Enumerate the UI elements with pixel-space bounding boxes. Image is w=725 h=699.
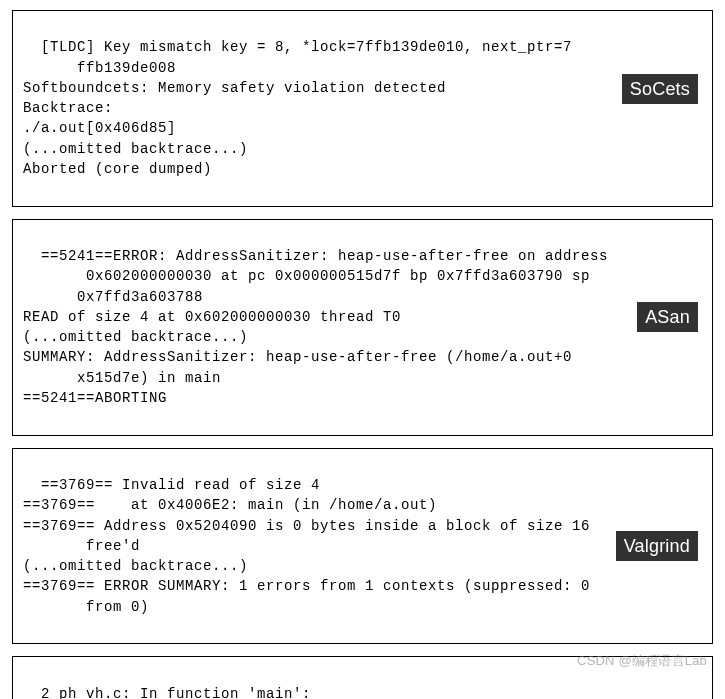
tool-label-socets: SoCets	[622, 74, 698, 104]
output-text: 2_ph_vh.c: In function 'main': 2_ph_vh.c…	[23, 686, 590, 699]
tool-label-asan: ASan	[637, 302, 698, 332]
output-text: [TLDC] Key mismatch key = 8, *lock=7ffb1…	[23, 39, 572, 177]
output-panel-valgrind: ==3769== Invalid read of size 4 ==3769==…	[12, 448, 713, 645]
watermark: CSDN @编程语言Lab	[577, 652, 707, 671]
output-panel-socets: [TLDC] Key mismatch key = 8, *lock=7ffb1…	[12, 10, 713, 207]
output-text: ==3769== Invalid read of size 4 ==3769==…	[23, 477, 590, 615]
output-text: ==5241==ERROR: AddressSanitizer: heap-us…	[23, 248, 608, 406]
tool-label-valgrind: Valgrind	[616, 531, 698, 561]
output-panel-asan: ==5241==ERROR: AddressSanitizer: heap-us…	[12, 219, 713, 436]
